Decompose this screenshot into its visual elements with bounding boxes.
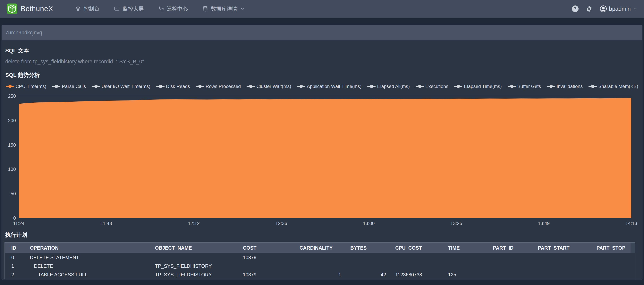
legend-item-cpu-time-ms-[interactable]: CPU Time(ms) — [6, 84, 46, 89]
y-axis-label: 50 — [2, 191, 16, 196]
col-header-object_name: OBJECT_NAME — [148, 242, 236, 253]
plan-cell — [442, 253, 486, 262]
chevron-down-icon — [240, 7, 245, 11]
plan-cell — [532, 262, 590, 270]
execution-plan-table: IDOPERATIONOBJECT_NAMECOSTCARDINALITYBYT… — [4, 242, 635, 279]
legend-label: CPU Time(ms) — [16, 84, 46, 89]
legend-item-application-wait-time-ms-[interactable]: Application Wait TIme(ms) — [297, 84, 362, 89]
col-header-part_start: PART_START — [532, 242, 590, 253]
legend-marker — [297, 84, 305, 89]
legend-item-elapsed-time-ms-[interactable]: Elapsed Time(ms) — [454, 84, 502, 89]
x-axis-label: 12:36 — [276, 221, 287, 226]
database-icon — [202, 6, 208, 12]
legend-item-user-i-o-wait-time-ms-[interactable]: User I/O Wait Time(ms) — [92, 84, 150, 89]
plan-row[interactable]: 2 TABLE ACCESS FULLTP_SYS_FIELDHISTORY10… — [5, 270, 635, 279]
plan-cell: 125 — [442, 270, 486, 279]
plan-title: 执行计划 — [5, 231, 642, 239]
plan-cell — [590, 253, 635, 262]
legend-label: Elapsed Time(ms) — [464, 84, 502, 89]
legend-item-rows-processed[interactable]: Rows Processed — [196, 84, 241, 89]
legend-label: Disk Reads — [166, 84, 190, 89]
legend-item-parse-calls[interactable]: Parse Calls — [52, 84, 86, 89]
y-axis-label: 0 — [2, 216, 16, 221]
dashboard-icon — [114, 6, 120, 12]
trend-chart: 11:2411:4812:1212:3613:0013:2513:4914:13… — [2, 89, 642, 227]
legend-item-invalidations[interactable]: Invalidations — [547, 84, 583, 89]
legend-label: Parse Calls — [62, 84, 86, 89]
legend-marker — [547, 84, 555, 89]
nav-item-inspection-center[interactable]: 巡检中心 — [158, 5, 188, 12]
cpu-time-area-series — [19, 96, 631, 218]
legend-marker — [454, 84, 462, 89]
brand[interactable]: BethuneX — [7, 3, 54, 14]
y-axis-label: 150 — [2, 142, 16, 148]
legend-marker — [416, 84, 424, 89]
plan-cell: 2 — [5, 270, 24, 279]
legend-item-executions[interactable]: Executions — [416, 84, 448, 89]
sql-id-text: 7umh9bdkcjnvq — [5, 30, 42, 36]
plan-row[interactable]: 1 DELETETP_SYS_FIELDHISTORY — [5, 262, 635, 270]
user-menu[interactable]: bpadmin — [600, 5, 637, 12]
legend-marker — [92, 84, 100, 89]
chart-plot-area[interactable] — [19, 96, 631, 218]
legend-label: Buffer Gets — [518, 84, 541, 89]
legend-label: Rows Processed — [206, 84, 241, 89]
legend-marker — [52, 84, 60, 89]
plan-cell — [236, 262, 293, 270]
plan-cell — [293, 262, 344, 270]
legend-item-cluster-wait-ms-[interactable]: Cluster Wait(ms) — [246, 84, 291, 89]
plan-table-head-row: IDOPERATIONOBJECT_NAMECOSTCARDINALITYBYT… — [5, 242, 635, 253]
legend-item-sharable-mem-kb-[interactable]: Sharable Mem(KB) — [588, 84, 638, 89]
plan-cell: TP_SYS_FIELDHISTORY — [148, 262, 236, 270]
plan-cell: 0 — [5, 253, 24, 262]
plan-row[interactable]: 0DELETE STATEMENT10379 — [5, 253, 635, 262]
stethoscope-icon — [158, 6, 164, 12]
top-navbar: BethuneX 控制台 监控大屏 巡检中心 数据库详情 — [0, 0, 644, 18]
legend-marker — [156, 84, 164, 89]
x-axis-label: 13:00 — [363, 221, 374, 226]
y-axis-label: 200 — [2, 118, 16, 123]
sql-text-title: SQL 文本 — [5, 47, 642, 54]
nav-item-database-details[interactable]: 数据库详情 — [202, 5, 245, 12]
x-axis-label: 11:48 — [100, 221, 112, 226]
y-axis-label: 250 — [2, 94, 16, 99]
col-header-cost: COST — [236, 242, 293, 253]
legend-marker — [246, 84, 255, 89]
plan-cell — [389, 262, 442, 270]
plan-cell — [486, 253, 532, 262]
legend-label: Cluster Wait(ms) — [256, 84, 291, 89]
nav-item-console[interactable]: 控制台 — [75, 5, 100, 12]
settings-button[interactable] — [586, 5, 592, 12]
bethune-logo-icon — [7, 3, 18, 14]
help-button[interactable]: ? — [572, 6, 578, 12]
plan-cell — [293, 253, 344, 262]
trend-title: SQL 趋势分析 — [5, 71, 642, 79]
nav-item-label: 监控大屏 — [122, 5, 144, 12]
legend-marker — [367, 84, 376, 89]
legend-item-disk-reads[interactable]: Disk Reads — [156, 84, 190, 89]
legend-item-elapsed-all-ms-[interactable]: Elapsed All(ms) — [367, 84, 410, 89]
table-scrollbar-gutter[interactable] — [630, 242, 635, 253]
col-header-id: ID — [5, 242, 24, 253]
plan-cell — [389, 253, 442, 262]
x-axis-label: 12:12 — [188, 221, 200, 226]
x-axis-label: 13:25 — [450, 221, 462, 226]
nav-item-label: 数据库详情 — [211, 5, 237, 12]
plan-cell: 1 — [5, 262, 24, 270]
legend-item-buffer-gets[interactable]: Buffer Gets — [508, 84, 541, 89]
col-header-cardinality: CARDINALITY — [293, 242, 344, 253]
legend-label: Invalidations — [557, 84, 583, 89]
nav-item-monitor-screen[interactable]: 监控大屏 — [114, 5, 144, 12]
col-header-part_stop: PART_STOP — [590, 242, 635, 253]
x-axis-label: 13:49 — [538, 221, 550, 226]
sql-detail-card: 7umh9bdkcjnvq SQL 文本 delete from tp_sys_… — [2, 25, 642, 280]
legend-label: User I/O Wait Time(ms) — [102, 84, 150, 89]
col-header-time: TIME — [442, 242, 486, 253]
col-header-bytes: BYTES — [344, 242, 389, 253]
chevron-down-icon — [633, 6, 637, 11]
plan-table-body: 0DELETE STATEMENT103791 DELETETP_SYS_FIE… — [5, 253, 635, 279]
username: bpadmin — [609, 6, 631, 12]
legend-marker — [6, 84, 14, 89]
x-axis-labels: 11:2411:4812:1212:3613:0013:2513:4914:13 — [19, 221, 631, 226]
plan-cell: 42 — [344, 270, 389, 279]
